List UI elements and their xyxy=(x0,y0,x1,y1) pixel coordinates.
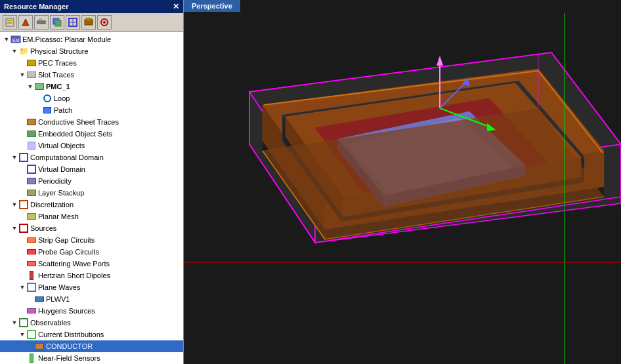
plane-waves-icon xyxy=(26,282,37,293)
resource-manager: Resource Manager ✕ xyxy=(0,0,184,364)
slot-traces-label: Slot Traces xyxy=(38,70,74,80)
root-label: EM.Picasso: Planar Module xyxy=(22,34,111,45)
expand-icon[interactable]: ▼ xyxy=(11,224,18,232)
tree-strip-gap[interactable]: Strip Gap Circuits xyxy=(0,234,183,246)
physical-structure-label: Physical Structure xyxy=(30,46,89,56)
expand-icon[interactable]: ▼ xyxy=(11,319,18,327)
tree-periodicity[interactable]: Periodicity xyxy=(0,175,183,187)
svg-rect-2 xyxy=(7,22,12,24)
close-icon[interactable]: ✕ xyxy=(173,2,179,11)
period-icon xyxy=(26,176,37,186)
pec-traces-label: PEC Traces xyxy=(38,58,77,68)
toolbar-btn-4[interactable] xyxy=(50,15,64,30)
tree-conductor[interactable]: CONDUCTOR xyxy=(0,340,183,352)
tree-huygens-sources[interactable]: Huygens Sources xyxy=(0,305,183,317)
viewport[interactable]: Perspective xyxy=(184,0,621,364)
toolbar-btn-2[interactable] xyxy=(18,15,33,30)
expand-placeholder xyxy=(18,189,26,197)
hertz-icon xyxy=(26,270,37,281)
expand-icon[interactable]: ▼ xyxy=(11,201,18,209)
loop-label: Loop xyxy=(54,93,70,104)
toolbar-btn-3[interactable] xyxy=(34,15,49,30)
tree-virtual-domain[interactable]: Virtual Domain xyxy=(0,163,183,175)
expand-icon[interactable]: ▼ xyxy=(11,153,18,161)
planar-mesh-label: Planar Mesh xyxy=(38,211,79,222)
tree-loop[interactable]: Loop xyxy=(0,92,183,104)
layer-stackup-label: Layer Stackup xyxy=(38,188,84,198)
tree-pmc1[interactable]: ▼ PMC_1 xyxy=(0,81,183,92)
svg-text:EM: EM xyxy=(12,38,20,43)
conductor-label: CONDUCTOR xyxy=(46,341,93,352)
conductor-icon xyxy=(34,341,45,352)
tree-sources[interactable]: ▼ Sources xyxy=(0,222,183,234)
obs-icon xyxy=(18,317,29,328)
huygens-icon xyxy=(26,306,37,316)
virtual-domain-icon xyxy=(26,164,37,174)
expand-icon[interactable]: ▼ xyxy=(11,47,18,55)
tree-conductive-sheet[interactable]: Conductive Sheet Traces xyxy=(0,116,183,128)
toolbar-btn-7[interactable] xyxy=(97,15,112,30)
expand-placeholder xyxy=(18,59,26,67)
tree-observables[interactable]: ▼ Observables xyxy=(0,317,183,329)
pmc1-label: PMC_1 xyxy=(46,81,70,92)
expand-placeholder xyxy=(18,260,26,268)
expand-placeholder xyxy=(18,212,26,220)
expand-icon[interactable]: ▼ xyxy=(18,283,26,291)
rm-title: Resource Manager xyxy=(4,3,68,10)
probe-icon xyxy=(26,247,37,257)
toolbar-btn-1[interactable] xyxy=(3,15,17,30)
rm-tree[interactable]: ▼ EM EM.Picasso: Planar Module ▼ 📁 Physi… xyxy=(0,32,183,364)
conductive-sheet-label: Conductive Sheet Traces xyxy=(38,117,119,127)
plwv-icon xyxy=(34,294,45,304)
tree-physical-structure[interactable]: ▼ 📁 Physical Structure xyxy=(0,45,183,57)
scene-svg xyxy=(184,13,621,364)
expand-placeholder xyxy=(18,307,26,315)
current-dist-label: Current Distributions xyxy=(38,329,104,340)
embedded-label: Embedded Object Sets xyxy=(38,129,112,139)
expand-icon[interactable]: ▼ xyxy=(26,83,34,91)
toolbar-btn-6[interactable] xyxy=(81,15,96,30)
tree-probe-gap[interactable]: Probe Gap Circuits xyxy=(0,246,183,258)
tree-embedded[interactable]: Embedded Object Sets xyxy=(0,128,183,140)
expand-placeholder xyxy=(18,165,26,173)
svg-marker-3 xyxy=(22,19,29,26)
expand-placeholder xyxy=(18,248,26,256)
pec-icon xyxy=(26,58,37,68)
tree-patch[interactable]: Patch xyxy=(0,104,183,116)
tree-computational-domain[interactable]: ▼ Computational Domain xyxy=(0,152,183,163)
tree-scattering[interactable]: Scattering Wave Ports xyxy=(0,258,183,270)
tree-virtual-objects[interactable]: Virtual Objects xyxy=(0,140,183,152)
rm-toolbar xyxy=(0,13,183,32)
svg-rect-7 xyxy=(55,20,61,26)
tree-plwv1[interactable]: PLWV1 xyxy=(0,293,183,305)
expand-placeholder xyxy=(18,142,26,150)
scattering-label: Scattering Wave Ports xyxy=(38,258,110,269)
expand-icon[interactable]: ▼ xyxy=(18,71,26,79)
tree-layer-stackup[interactable]: Layer Stackup xyxy=(0,187,183,199)
tree-hertzian[interactable]: Hertzian Short Dipoles xyxy=(0,270,183,281)
toolbar-btn-5[interactable] xyxy=(66,15,80,30)
expand-icon[interactable]: ▼ xyxy=(3,35,11,43)
expand-placeholder xyxy=(18,272,26,279)
tree-plane-waves[interactable]: ▼ Plane Waves xyxy=(0,281,183,293)
tree-current-distributions[interactable]: ▼ Current Distributions xyxy=(0,329,183,340)
tree-root[interactable]: ▼ EM EM.Picasso: Planar Module xyxy=(0,33,183,45)
tree-planar-mesh[interactable]: Planar Mesh xyxy=(0,211,183,222)
nearfield-label: Near-Field Sensors xyxy=(38,353,100,363)
tree-discretization[interactable]: ▼ Discretization xyxy=(0,199,183,211)
expand-icon[interactable]: ▼ xyxy=(18,331,26,338)
expand-placeholder xyxy=(18,118,26,126)
viewport-tab[interactable]: Perspective xyxy=(184,0,240,12)
expand-placeholder xyxy=(18,236,26,244)
huygens-sources-label: Huygens Sources xyxy=(38,306,95,316)
svg-rect-4 xyxy=(37,21,45,24)
tree-pec-traces[interactable]: PEC Traces xyxy=(0,57,183,69)
plane-waves-label: Plane Waves xyxy=(38,282,80,293)
tree-nearfield[interactable]: Near-Field Sensors xyxy=(0,352,183,364)
periodicity-label: Periodicity xyxy=(38,176,72,186)
tree-slot-traces[interactable]: ▼ Slot Traces xyxy=(0,69,183,81)
module-icon: EM xyxy=(11,34,21,45)
expand-placeholder xyxy=(34,106,42,114)
expand-placeholder xyxy=(26,342,34,350)
folder-icon: 📁 xyxy=(18,46,29,56)
